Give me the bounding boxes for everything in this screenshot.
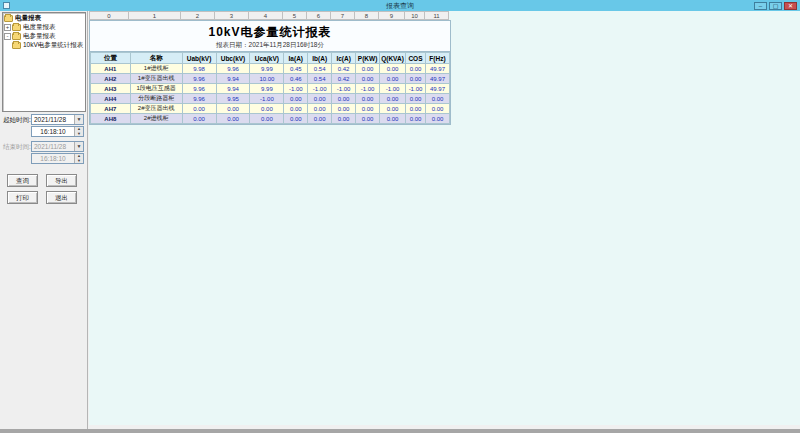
spinner-arrows[interactable]: ▲▼ (74, 127, 83, 136)
cell-value: 9.94 (216, 84, 250, 94)
cell-value: -1.00 (250, 94, 284, 104)
cell-value: 0.00 (284, 94, 308, 104)
exit-button[interactable]: 退出 (46, 191, 77, 204)
ruler-col-10: 10 (405, 11, 425, 20)
column-header-6: Ib(A) (308, 53, 332, 64)
cell-value: 49.97 (425, 64, 449, 74)
cell-name: 1#变压器出线 (130, 74, 182, 84)
cell-value: -1.00 (406, 84, 426, 94)
cell-value: 0.00 (308, 94, 332, 104)
cell-value: 0.54 (308, 64, 332, 74)
cell-value: 0.00 (216, 114, 250, 124)
cell-value: 9.99 (250, 64, 284, 74)
cell-value: 0.00 (356, 74, 380, 84)
tree-root-label: 电量报表 (15, 14, 41, 23)
start-date-value: 2021/11/28 (32, 116, 74, 123)
cell-value: -1.00 (308, 84, 332, 94)
minimize-button[interactable]: – (754, 2, 767, 10)
table-row: AH11#进线柜9.989.969.990.450.540.420.000.00… (91, 64, 450, 74)
tree-expander-icon[interactable]: + (4, 24, 11, 31)
spinner-arrows: ▲▼ (74, 154, 83, 163)
folder-icon (12, 42, 21, 49)
cell-value: 0.00 (425, 94, 449, 104)
report-tree: 电量报表 +电度量报表-电参量报表10kV电参量统计报表 (2, 12, 86, 112)
cell-value: 0.00 (425, 114, 449, 124)
window-title: 报表查询 (0, 1, 800, 11)
cell-value: 0.00 (380, 74, 406, 84)
cell-value: 9.94 (216, 74, 250, 84)
column-header-7: Ic(A) (332, 53, 356, 64)
sidebar: 电量报表 +电度量报表-电参量报表10kV电参量统计报表 起始时间: 2021/… (0, 11, 88, 429)
spin-down-icon: ▼ (75, 159, 83, 164)
export-button[interactable]: 导出 (46, 174, 77, 187)
table-row: AH72#变压器出线0.000.000.000.000.000.000.000.… (91, 104, 450, 114)
ruler-col-1: 1 (129, 11, 181, 20)
start-time-label: 起始时间: (3, 116, 31, 125)
tree-item-10kV电参量统计报表[interactable]: 10kV电参量统计报表 (4, 41, 85, 50)
cell-value: 0.42 (332, 74, 356, 84)
ruler-col-5: 5 (283, 11, 307, 20)
end-date-combo: 2021/11/28 ▼ (31, 141, 84, 152)
cell-value: 0.00 (332, 114, 356, 124)
tree-item-电度量报表[interactable]: +电度量报表 (4, 23, 85, 32)
cell-location: AH2 (91, 74, 131, 84)
ruler-col-4: 4 (249, 11, 283, 20)
dropdown-arrow-icon[interactable]: ▼ (74, 115, 83, 124)
ruler-col-8: 8 (355, 11, 379, 20)
cell-name: 分段断路器柜 (130, 94, 182, 104)
tree-root-item[interactable]: 电量报表 (4, 14, 85, 23)
cell-name: 1段电压互感器 (130, 84, 182, 94)
tree-item-电参量报表[interactable]: -电参量报表 (4, 32, 85, 41)
cell-value: 0.00 (308, 114, 332, 124)
query-button[interactable]: 查询 (7, 174, 38, 187)
folder-icon (12, 33, 21, 40)
report-title: 10kV电参量统计报表 (90, 21, 450, 41)
cell-value: 9.96 (182, 94, 216, 104)
folder-icon (4, 15, 13, 22)
close-button[interactable]: ✕ (784, 2, 797, 10)
report-table: 位置名称Uab(kV)Ubc(kV)Uca(kV)Ia(A)Ib(A)Ic(A)… (90, 52, 450, 124)
cell-value: 0.00 (250, 104, 284, 114)
tree-item-label: 电参量报表 (23, 32, 56, 41)
start-date-combo[interactable]: 2021/11/28 ▼ (31, 114, 84, 125)
cell-value: 0.54 (308, 74, 332, 84)
tree-item-label: 10kV电参量统计报表 (23, 41, 83, 50)
spin-down-icon[interactable]: ▼ (75, 132, 83, 137)
cell-value: 0.00 (406, 74, 426, 84)
ruler-col-6: 6 (307, 11, 331, 20)
maximize-button[interactable]: ▢ (769, 2, 782, 10)
report-date-line: 报表日期：2021年11月28日16时18分 (90, 41, 450, 52)
end-time-value: 16:18:10 (32, 155, 74, 162)
tree-expander-icon[interactable]: - (4, 33, 11, 40)
tree-item-label: 电度量报表 (23, 23, 56, 32)
report-query-window: 报表查询 – ▢ ✕ 电量报表 +电度量报表-电参量报表10kV电参量统计报表 … (0, 0, 800, 433)
cell-value: 0.00 (380, 104, 406, 114)
end-date-value: 2021/11/28 (32, 143, 74, 150)
cell-value: 9.96 (182, 74, 216, 84)
cell-value: 0.00 (332, 104, 356, 114)
cell-name: 2#变压器出线 (130, 104, 182, 114)
end-time-spinner: 16:18:10 ▲▼ (31, 153, 84, 164)
cell-value: 0.00 (284, 114, 308, 124)
cell-value: 0.00 (250, 114, 284, 124)
ruler-col-7: 7 (331, 11, 355, 20)
start-time-value: 16:18:10 (32, 128, 74, 135)
cell-value: 0.00 (406, 114, 426, 124)
column-header-10: COS (406, 53, 426, 64)
cell-location: AH4 (91, 94, 131, 104)
end-time-label: 结束时间: (3, 143, 31, 152)
start-time-spinner[interactable]: 16:18:10 ▲▼ (31, 126, 84, 137)
cell-value: 0.00 (406, 104, 426, 114)
cell-value: 0.00 (216, 104, 250, 114)
cell-value: -1.00 (356, 84, 380, 94)
cell-value: 9.96 (216, 64, 250, 74)
column-header-0: 位置 (91, 53, 131, 64)
cell-value: 0.00 (380, 64, 406, 74)
window-body: 电量报表 +电度量报表-电参量报表10kV电参量统计报表 起始时间: 2021/… (0, 11, 800, 429)
dropdown-arrow-icon: ▼ (74, 142, 83, 151)
print-button[interactable]: 打印 (7, 191, 38, 204)
column-header-4: Uca(kV) (250, 53, 284, 64)
column-header-8: P(KW) (356, 53, 380, 64)
column-header-3: Ubc(kV) (216, 53, 250, 64)
cell-value: 9.98 (182, 64, 216, 74)
